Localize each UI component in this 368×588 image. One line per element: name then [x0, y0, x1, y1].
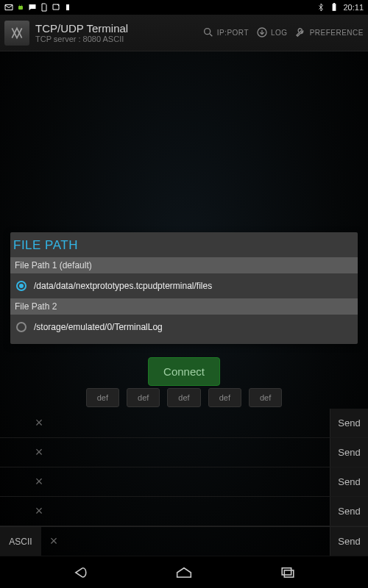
send-row-4: × Send	[0, 497, 368, 526]
send-row-1: × Send	[0, 409, 368, 438]
file-path-2-row[interactable]: /storage/emulated/0/TerminalLog	[10, 315, 358, 340]
download-circle-icon	[256, 26, 268, 40]
app-icon[interactable]	[4, 21, 29, 46]
clock-text: 20:11	[343, 3, 364, 12]
app-subtitle: TCP server : 8080 ASCII	[35, 35, 128, 43]
section-header-2: File Path 2	[10, 298, 358, 315]
clear-icon[interactable]: ×	[41, 534, 66, 549]
bluetooth-icon	[316, 3, 325, 12]
android-navbar	[0, 556, 368, 588]
note-icon	[52, 3, 60, 12]
path-1-text: /data/data/nextprototypes.tcpudpterminal…	[34, 281, 212, 291]
send-button-4[interactable]: Send	[330, 497, 368, 526]
send-rows: × Send × Send × Send × Send ASCII × Send	[0, 409, 368, 556]
send-input-2[interactable]	[52, 438, 330, 467]
ipport-label: IP:PORT	[217, 29, 249, 37]
svg-point-2	[21, 5, 22, 6]
def-tab-3[interactable]: def	[167, 388, 200, 407]
send-button-3[interactable]: Send	[330, 467, 368, 496]
send-input-1[interactable]	[52, 409, 330, 437]
preference-button[interactable]: PREFERENCE	[295, 26, 364, 40]
file-path-panel: FILE PATH File Path 1 (default) /data/da…	[10, 232, 358, 344]
wrench-icon	[295, 26, 307, 40]
panel-title: FILE PATH	[10, 232, 358, 257]
app-titles: TCP/UDP Terminal TCP server : 8080 ASCII	[35, 22, 128, 43]
file-path-1-row[interactable]: /data/data/nextprototypes.tcpudpterminal…	[10, 273, 358, 298]
log-label: LOG	[271, 29, 288, 37]
preference-label: PREFERENCE	[310, 29, 364, 37]
svg-rect-9	[284, 570, 293, 576]
ascii-row: ASCII × Send	[0, 526, 368, 556]
page-icon	[40, 3, 49, 12]
radio-path-2[interactable]	[16, 322, 26, 332]
def-tab-4[interactable]: def	[208, 388, 241, 407]
path-2-text: /storage/emulated/0/TerminalLog	[34, 322, 163, 332]
def-tab-1[interactable]: def	[86, 388, 119, 407]
send-button-2[interactable]: Send	[330, 438, 368, 467]
ascii-mode-button[interactable]: ASCII	[0, 527, 41, 556]
svg-rect-3	[66, 4, 69, 10]
def-tab-row: def def def def def	[0, 388, 368, 407]
recents-button[interactable]	[264, 561, 311, 584]
send-button-ascii[interactable]: Send	[330, 527, 368, 556]
main-content: FILE PATH File Path 1 (default) /data/da…	[0, 51, 368, 556]
send-input-4[interactable]	[52, 497, 330, 526]
status-bar: 20:11	[0, 0, 368, 15]
def-tab-2[interactable]: def	[127, 388, 160, 407]
battery-small-icon	[63, 3, 72, 12]
send-button-1[interactable]: Send	[330, 409, 368, 437]
radio-path-1[interactable]	[16, 281, 26, 291]
log-button[interactable]: LOG	[256, 26, 288, 40]
send-row-2: × Send	[0, 438, 368, 467]
status-left	[4, 3, 72, 12]
def-tab-5[interactable]: def	[249, 388, 282, 407]
search-icon	[202, 26, 214, 40]
svg-rect-8	[282, 567, 291, 574]
chat-icon	[28, 3, 37, 12]
connect-button[interactable]: Connect	[148, 357, 220, 386]
svg-rect-0	[18, 6, 23, 10]
header-actions: IP:PORT LOG PREFERENCE	[202, 26, 364, 40]
clear-icon[interactable]: ×	[26, 445, 52, 460]
clear-icon[interactable]: ×	[26, 503, 52, 519]
battery-icon	[330, 3, 339, 12]
back-button[interactable]	[57, 561, 104, 584]
section-header-1: File Path 1 (default)	[10, 257, 358, 273]
android-icon	[16, 3, 25, 12]
clear-icon[interactable]: ×	[26, 415, 52, 431]
svg-point-1	[19, 5, 20, 6]
send-row-3: × Send	[0, 467, 368, 497]
home-button[interactable]	[160, 561, 208, 584]
clear-icon[interactable]: ×	[26, 474, 52, 490]
app-title: TCP/UDP Terminal	[35, 22, 128, 35]
status-right: 20:11	[316, 3, 364, 12]
send-input-3[interactable]	[52, 467, 330, 496]
app-header: TCP/UDP Terminal TCP server : 8080 ASCII…	[0, 15, 368, 51]
svg-rect-4	[333, 4, 336, 11]
svg-rect-5	[333, 3, 335, 4]
ipport-button[interactable]: IP:PORT	[202, 26, 249, 40]
mail-icon	[4, 3, 13, 12]
svg-point-6	[204, 28, 210, 34]
